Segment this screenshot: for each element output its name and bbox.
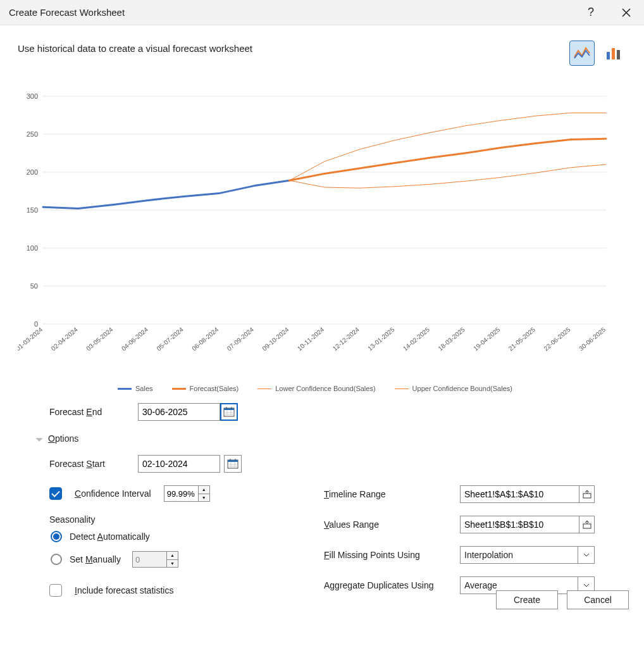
confidence-interval-input[interactable] [164,485,199,502]
svg-text:07-09-2024: 07-09-2024 [226,326,256,352]
chart-legend: SalesForecast(Sales)Lower Confidence Bou… [18,385,612,392]
svg-rect-1 [612,48,615,59]
options-expander[interactable]: Options [35,433,595,444]
timeline-range-picker-button[interactable] [579,485,595,503]
aggregate-value: Average [464,580,497,590]
fill-missing-label: Fill Missing Points Using [324,550,447,560]
svg-text:03-05-2024: 03-05-2024 [85,326,115,352]
svg-text:21-05-2025: 21-05-2025 [507,326,537,352]
seasonality-auto-label: Detect Automatically [70,532,150,542]
svg-text:200: 200 [27,168,38,176]
forecast-end-datepicker-button[interactable] [220,403,238,421]
column-chart-icon [605,46,622,61]
calendar-icon [227,458,238,470]
forecast-end-input[interactable] [138,403,220,421]
expander-icon [35,438,43,442]
svg-text:150: 150 [27,206,38,214]
dialog-titlebar: Create Forecast Worksheet ? [0,0,644,25]
line-chart-icon [573,46,591,61]
fill-missing-select[interactable]: Interpolation [460,546,595,564]
svg-text:06-08-2024: 06-08-2024 [190,326,220,352]
close-button[interactable] [617,4,635,22]
calendar-icon [223,406,235,418]
svg-rect-43 [228,460,238,462]
chart-type-line-button[interactable] [569,40,595,66]
timeline-range-input[interactable] [460,485,579,503]
svg-text:50: 50 [30,282,38,290]
svg-text:01-03-2024: 01-03-2024 [18,326,44,352]
cancel-button[interactable]: Cancel [567,590,629,609]
svg-text:10-11-2024: 10-11-2024 [296,326,326,352]
seasonality-manual-spinner[interactable]: ▲▼ [167,551,178,568]
forecast-end-label: Forecast End [49,407,125,417]
svg-rect-51 [583,524,591,528]
values-range-input[interactable] [460,516,579,533]
seasonality-manual-radio[interactable] [51,554,62,565]
seasonality-manual-input [132,551,167,568]
svg-text:18-03-2025: 18-03-2025 [437,326,467,352]
help-button[interactable]: ? [582,4,600,22]
svg-text:05-07-2024: 05-07-2024 [156,326,185,352]
svg-text:0: 0 [34,320,38,328]
range-select-icon [583,490,591,499]
include-stats-label: Include forecast statistics [75,585,173,595]
seasonality-auto-radio[interactable] [51,531,62,542]
close-icon [621,8,631,18]
svg-rect-2 [617,50,620,59]
svg-rect-0 [607,52,610,59]
values-range-picker-button[interactable] [579,516,595,533]
forecast-start-datepicker-button[interactable] [224,455,242,473]
svg-text:02-04-2024: 02-04-2024 [50,326,80,352]
dialog-subtitle: Use historical data to create a visual f… [18,43,626,54]
range-select-icon [583,520,591,529]
timeline-range-label: Timeline Range [324,489,447,499]
svg-text:13-01-2025: 13-01-2025 [366,326,396,352]
confidence-interval-label: Confidence Interval [75,488,151,499]
confidence-interval-checkbox[interactable] [49,487,62,500]
svg-rect-35 [224,408,234,410]
forecast-start-input[interactable] [138,455,220,473]
confidence-interval-spinner[interactable]: ▲▼ [199,485,210,502]
svg-text:30-06-2025: 30-06-2025 [578,326,607,352]
svg-text:09-10-2024: 09-10-2024 [261,326,290,352]
svg-text:14-02-2025: 14-02-2025 [402,326,431,352]
chevron-down-icon [578,547,594,563]
svg-text:19-04-2025: 19-04-2025 [472,326,502,352]
svg-text:300: 300 [27,92,38,100]
values-range-label: Values Range [324,519,447,530]
create-button[interactable]: Create [496,590,558,609]
svg-rect-50 [583,494,591,498]
svg-text:250: 250 [27,130,38,138]
svg-text:100: 100 [27,244,38,252]
svg-text:12-12-2024: 12-12-2024 [331,326,361,352]
fill-missing-value: Interpolation [464,550,513,560]
svg-text:22-06-2025: 22-06-2025 [542,326,572,352]
include-stats-checkbox[interactable] [49,584,62,597]
aggregate-label: Aggregate Duplicates Using [324,580,447,590]
chart-type-column-button[interactable] [601,40,626,66]
seasonality-manual-label: Set Manually [70,554,121,564]
dialog-title: Create Forecast Worksheet [9,7,125,18]
forecast-chart: 05010015020025030001-03-202402-04-202403… [18,74,612,378]
seasonality-label: Seasonality [49,514,286,525]
svg-text:04-06-2024: 04-06-2024 [120,326,150,352]
forecast-start-label: Forecast Start [49,459,125,469]
